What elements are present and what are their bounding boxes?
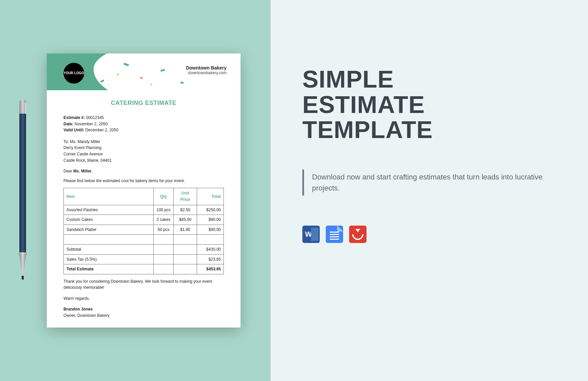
salutation: Dear Ms. Miller,	[63, 168, 224, 174]
cell-qty: 2 cakes	[154, 215, 174, 225]
format-icons	[302, 226, 558, 243]
valid-until-value: December 2, 2050	[85, 128, 118, 132]
document-header: YOUR LOGO Downtown Bakery downtownbakery…	[47, 53, 241, 90]
cell-total: $90.00	[197, 215, 224, 225]
table-row-total: Total Estimate $453.65	[64, 264, 224, 274]
date-value: November 2, 2050	[75, 122, 108, 126]
total-label: Total Estimate	[64, 264, 154, 274]
th-total: Total	[197, 188, 224, 205]
cell-qty: 100 pcs	[154, 205, 174, 215]
cell-item: Assorted Pastries	[64, 205, 154, 215]
total-value: $453.65	[197, 264, 224, 274]
pdf-icon[interactable]	[349, 226, 366, 243]
table-row-subtotal: Subtotal $430.00	[64, 244, 224, 254]
table-row: Custom Cakes 2 cakes $45.00 $90.00	[64, 215, 224, 225]
title-line-3: TEMPLATE	[302, 116, 433, 143]
tax-label: Sales Tax (5.5%)	[64, 254, 154, 264]
date-label: Date:	[63, 122, 74, 126]
description-text: Download now and start crafting estimate…	[312, 173, 543, 192]
valid-until-label: Valid Until:	[63, 128, 84, 132]
regards-text: Warm regards,	[63, 295, 224, 302]
info-panel: SIMPLE ESTIMATE TEMPLATE Download now an…	[271, 0, 588, 381]
salutation-prefix: Dear	[63, 169, 73, 173]
logo-placeholder: YOUR LOGO	[63, 63, 84, 84]
recipient-line-3: Corner Castle Avenue	[63, 151, 224, 157]
google-docs-icon[interactable]	[326, 226, 343, 243]
table-header-row: Item Qty Unit Price Total	[64, 188, 224, 205]
intro-text: Please find below the estimated cost for…	[63, 178, 224, 184]
subtotal-label: Subtotal	[64, 244, 154, 254]
recipient-block: To: Ms. Mandy Miller Derry Event Plannin…	[63, 139, 224, 163]
tax-value: $23.65	[197, 254, 224, 264]
subtotal-value: $430.00	[197, 244, 224, 254]
pen-decoration	[17, 100, 29, 281]
preview-panel: YOUR LOGO Downtown Bakery downtownbakery…	[0, 0, 271, 381]
cell-item: Sandwich Platter	[64, 225, 154, 235]
table-row: Sandwich Platter 50 pcs $1.80 $90.00	[64, 225, 224, 235]
document-preview: YOUR LOGO Downtown Bakery downtownbakery…	[47, 53, 241, 328]
company-url: downtownbakery.com	[186, 71, 227, 75]
th-item: Item	[64, 188, 154, 205]
salutation-name: Ms. Miller	[73, 169, 92, 173]
table-row: Assorted Pastries 100 pcs $2.50 $250.00	[64, 205, 224, 215]
cell-total: $90.00	[197, 225, 224, 235]
recipient-line-2: Derry Event Planning	[63, 145, 224, 151]
estimate-meta: Estimate #: 00012345 Date: November 2, 2…	[63, 115, 224, 133]
cell-unit: $1.80	[174, 225, 197, 235]
title-line-2: ESTIMATE	[302, 91, 425, 118]
table-row-empty	[64, 235, 224, 245]
document-title: CATERING ESTIMATE	[47, 100, 241, 107]
thanks-text: Thank you for considering Downtown Baker…	[63, 278, 224, 291]
signer-title: Owner, Downtown Bakery	[63, 312, 224, 319]
word-icon[interactable]	[302, 226, 320, 243]
page-title: SIMPLE ESTIMATE TEMPLATE	[302, 67, 558, 143]
th-qty: Qty	[154, 188, 174, 205]
title-line-1: SIMPLE	[302, 66, 394, 93]
estimate-number-value: 00012345	[86, 115, 104, 120]
estimate-number-label: Estimate #:	[63, 115, 85, 120]
salutation-suffix: ,	[92, 169, 93, 173]
signer-name: Brandon Jones	[63, 306, 224, 312]
company-name: Downtown Bakery	[186, 65, 227, 71]
recipient-line-4: Castle Rock, Maine, 04401	[63, 157, 224, 164]
recipient-line-1: To: Ms. Mandy Miller	[63, 139, 224, 145]
cell-unit: $2.50	[174, 205, 197, 215]
cell-item: Custom Cakes	[64, 215, 154, 225]
th-unit-price: Unit Price	[174, 188, 197, 205]
document-body: Estimate #: 00012345 Date: November 2, 2…	[47, 115, 241, 319]
table-row-tax: Sales Tax (5.5%) $23.65	[64, 254, 224, 264]
description-box: Download now and start crafting estimate…	[302, 169, 556, 196]
cell-total: $250.00	[197, 205, 224, 215]
estimate-table: Item Qty Unit Price Total Assorted Pastr…	[63, 188, 224, 274]
company-info: Downtown Bakery downtownbakery.com	[186, 65, 227, 75]
cell-unit: $45.00	[174, 215, 197, 225]
cell-qty: 50 pcs	[154, 225, 174, 235]
